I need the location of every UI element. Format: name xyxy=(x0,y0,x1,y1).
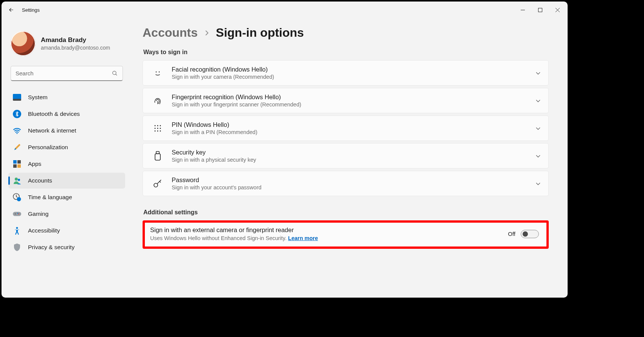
svg-rect-6 xyxy=(13,160,17,164)
bluetooth-icon xyxy=(13,110,21,118)
sidebar-item-privacy[interactable]: Privacy & security xyxy=(8,239,125,255)
main-content: Accounts Sign-in options Ways to sign in… xyxy=(128,18,568,298)
fingerprint-icon xyxy=(152,96,163,106)
sidebar-item-label: Bluetooth & devices xyxy=(28,111,80,117)
card-password[interactable]: Password Sign in with your account's pas… xyxy=(143,171,549,196)
external-signin-toggle[interactable] xyxy=(521,230,539,238)
card-pin[interactable]: PIN (Windows Hello) Sign in with a PIN (… xyxy=(143,115,549,141)
profile-block[interactable]: Amanda Brady amanda.brady@contoso.com xyxy=(8,23,125,66)
chevron-right-icon xyxy=(204,30,210,36)
apps-icon xyxy=(13,160,21,168)
external-signin-setting: Sign in with an external camera or finge… xyxy=(143,220,549,249)
face-icon xyxy=(152,68,163,78)
window-controls xyxy=(514,4,566,16)
profile-email: amanda.brady@contoso.com xyxy=(41,45,110,51)
sidebar: Amanda Brady amanda.brady@contoso.com Sy… xyxy=(2,18,128,298)
titlebar: Settings xyxy=(2,2,568,18)
nav: System Bluetooth & devices Network & int… xyxy=(8,89,125,255)
settings-window: Settings Amanda Brady amanda.brady@conto… xyxy=(2,2,568,298)
system-icon xyxy=(13,93,21,101)
sidebar-item-label: Accessibility xyxy=(28,227,60,234)
section-additional-title: Additional settings xyxy=(143,209,549,216)
svg-point-26 xyxy=(160,128,161,129)
search-box[interactable] xyxy=(11,66,123,81)
svg-rect-31 xyxy=(155,154,160,160)
key-icon xyxy=(152,178,163,189)
sidebar-item-apps[interactable]: Apps xyxy=(8,156,125,172)
svg-point-15 xyxy=(15,214,16,214)
sidebar-item-time-language[interactable]: Time & language xyxy=(8,189,125,205)
toggle-label: Off xyxy=(508,231,515,237)
sidebar-item-bluetooth[interactable]: Bluetooth & devices xyxy=(8,106,125,122)
breadcrumb: Accounts Sign-in options xyxy=(143,26,549,40)
sidebar-item-accessibility[interactable]: Accessibility xyxy=(8,223,125,239)
svg-point-28 xyxy=(157,130,158,131)
svg-rect-14 xyxy=(13,212,21,216)
sidebar-item-personalization[interactable]: Personalization xyxy=(8,139,125,155)
svg-point-21 xyxy=(155,125,156,126)
chevron-down-icon xyxy=(535,70,541,76)
svg-point-20 xyxy=(159,71,160,72)
sidebar-item-label: Apps xyxy=(28,161,41,167)
svg-point-11 xyxy=(18,179,20,181)
maximize-icon xyxy=(538,8,542,12)
accessibility-icon xyxy=(13,226,21,235)
minimize-icon xyxy=(521,8,525,12)
card-security-key[interactable]: Security key Sign in with a physical sec… xyxy=(143,143,549,168)
sidebar-item-label: Privacy & security xyxy=(28,244,74,251)
learn-more-link[interactable]: Learn more xyxy=(288,235,318,241)
card-subtitle: Sign in with a physical security key xyxy=(172,157,527,163)
paintbrush-icon xyxy=(13,143,21,151)
sidebar-item-label: Gaming xyxy=(28,211,48,217)
card-subtitle: Sign in with a PIN (Recommended) xyxy=(172,129,527,135)
sidebar-item-gaming[interactable]: Gaming xyxy=(8,206,125,222)
svg-rect-7 xyxy=(17,160,21,164)
svg-point-29 xyxy=(160,130,161,131)
wifi-icon xyxy=(13,126,21,135)
sidebar-item-system[interactable]: System xyxy=(8,89,125,105)
card-title: Fingerprint recognition (Windows Hello) xyxy=(172,94,527,101)
pin-keypad-icon xyxy=(152,124,163,133)
gamepad-icon xyxy=(13,210,21,218)
signin-cards: Facial recognition (Windows Hello) Sign … xyxy=(143,60,549,196)
svg-rect-0 xyxy=(538,8,542,12)
close-icon xyxy=(556,8,560,12)
svg-point-17 xyxy=(17,213,18,214)
svg-rect-8 xyxy=(13,164,17,168)
breadcrumb-parent[interactable]: Accounts xyxy=(143,26,198,40)
toggle-group: Off xyxy=(508,230,539,238)
card-title: PIN (Windows Hello) xyxy=(172,121,527,128)
svg-point-16 xyxy=(18,214,19,214)
svg-point-24 xyxy=(155,128,156,129)
svg-rect-9 xyxy=(17,164,21,168)
minimize-button[interactable] xyxy=(514,4,531,16)
svg-point-13 xyxy=(17,197,21,201)
external-setting-subtitle: Uses Windows Hello without Enhanced Sign… xyxy=(150,235,501,241)
close-button[interactable] xyxy=(549,4,566,16)
svg-point-25 xyxy=(157,128,158,129)
sidebar-item-label: Personalization xyxy=(28,144,68,151)
profile-name: Amanda Brady xyxy=(41,36,110,44)
card-title: Facial recognition (Windows Hello) xyxy=(172,66,527,73)
app-title: Settings xyxy=(22,7,40,13)
chevron-down-icon xyxy=(535,126,541,131)
card-fingerprint[interactable]: Fingerprint recognition (Windows Hello) … xyxy=(143,88,549,113)
svg-point-19 xyxy=(156,71,157,72)
svg-rect-2 xyxy=(13,94,21,100)
back-button[interactable] xyxy=(3,2,18,17)
svg-point-32 xyxy=(154,183,158,187)
toggle-knob xyxy=(523,231,528,237)
svg-point-5 xyxy=(17,133,18,134)
sidebar-item-label: Network & internet xyxy=(28,127,76,134)
svg-point-23 xyxy=(160,125,161,126)
sidebar-item-network[interactable]: Network & internet xyxy=(8,123,125,139)
card-subtitle: Sign in with your camera (Recommended) xyxy=(172,74,527,80)
usb-key-icon xyxy=(152,151,163,161)
sidebar-item-accounts[interactable]: Accounts xyxy=(8,173,125,189)
search-input[interactable] xyxy=(16,70,112,76)
sidebar-item-label: Accounts xyxy=(28,177,52,184)
maximize-button[interactable] xyxy=(531,4,549,16)
card-facial-recognition[interactable]: Facial recognition (Windows Hello) Sign … xyxy=(143,60,549,86)
chevron-down-icon xyxy=(535,98,541,103)
svg-point-27 xyxy=(155,130,156,131)
